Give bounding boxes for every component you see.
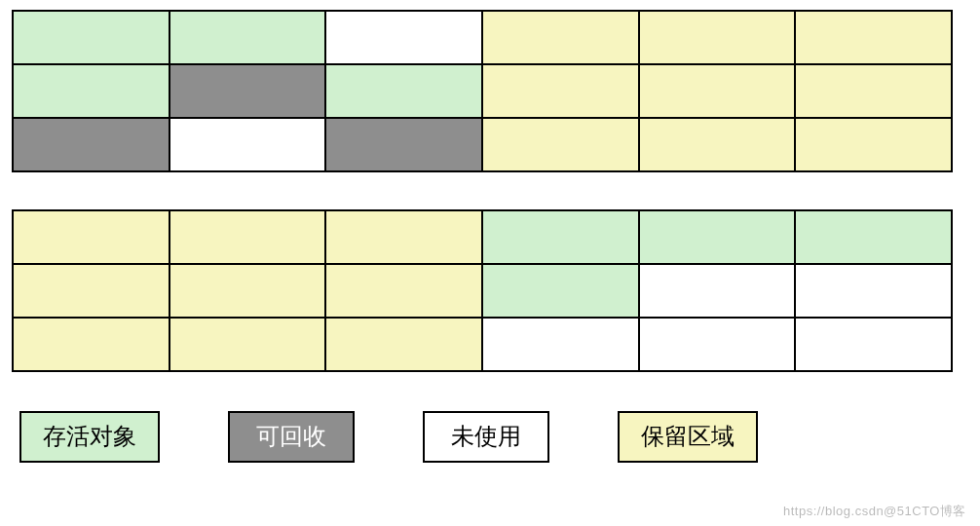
cell-unused (639, 264, 796, 318)
cell-alive (482, 264, 639, 318)
legend-reserved: 保留区域 (618, 411, 758, 463)
cell-reserved (170, 264, 326, 318)
memory-grid-top (12, 10, 953, 172)
cell-reserved (639, 118, 796, 171)
cell-alive (325, 64, 482, 118)
cell-unused (795, 318, 952, 371)
cell-reserved (795, 64, 952, 118)
cell-unused (325, 11, 482, 64)
cell-alive (795, 210, 952, 264)
cell-reclaim (13, 118, 170, 171)
cell-reserved (482, 64, 639, 118)
cell-alive (482, 210, 639, 264)
legend-reclaim: 可回收 (228, 411, 355, 463)
cell-unused (170, 118, 326, 171)
legend-alive: 存活对象 (19, 411, 160, 463)
cell-reserved (13, 318, 170, 371)
cell-reserved (482, 118, 639, 171)
cell-reserved (482, 11, 639, 64)
memory-grid-bottom (12, 209, 953, 372)
cell-reserved (325, 210, 482, 264)
legend: 存活对象 可回收 未使用 保留区域 (12, 411, 968, 463)
legend-unused: 未使用 (423, 411, 549, 463)
cell-reclaim (170, 64, 326, 118)
cell-reserved (639, 11, 796, 64)
cell-alive (13, 11, 170, 64)
cell-alive (639, 210, 796, 264)
cell-reserved (170, 318, 326, 371)
cell-unused (482, 318, 639, 371)
cell-reserved (170, 210, 326, 264)
cell-reserved (795, 118, 952, 171)
cell-alive (13, 64, 170, 118)
watermark-text: https://blog.csdn@51CTO博客 (783, 503, 966, 520)
cell-unused (639, 318, 796, 371)
cell-alive (170, 11, 326, 64)
cell-reserved (13, 210, 170, 264)
cell-reserved (325, 318, 482, 371)
cell-reserved (639, 64, 796, 118)
cell-reserved (795, 11, 952, 64)
cell-reclaim (325, 118, 482, 171)
cell-reserved (325, 264, 482, 318)
cell-reserved (13, 264, 170, 318)
cell-unused (795, 264, 952, 318)
